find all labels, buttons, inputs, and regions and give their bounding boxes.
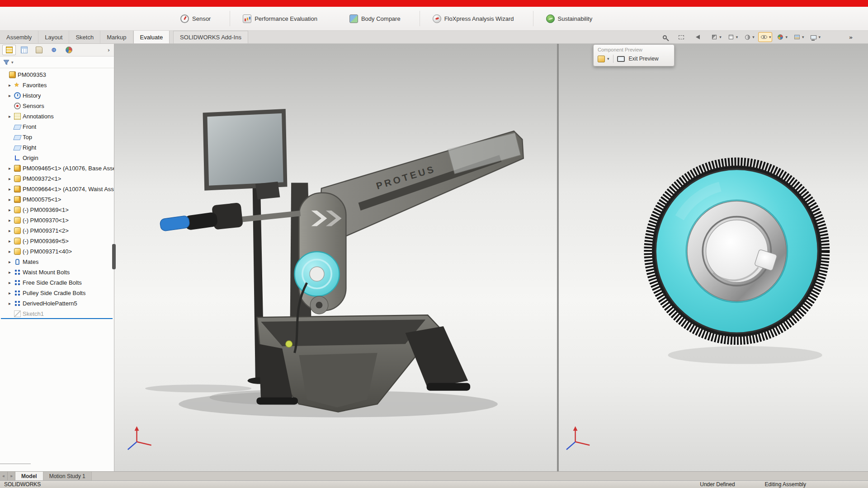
toolbar-button[interactable]: Sensor [176,12,215,26]
apply-scene-icon[interactable]: ▾ [792,33,805,42]
expand-arrow-icon[interactable]: ▸ [7,83,12,88]
ribbon-tab-label: Sketch [75,34,94,41]
tree-item-icon [14,196,21,203]
tree-item[interactable]: ▸ Origin [0,153,114,163]
tree-item[interactable]: ▸ Pulley Side Cradle Bolts [0,288,114,298]
panel-splitter-handle[interactable] [112,244,116,269]
document-tab-label: Model [21,473,37,479]
panel-splitter-line[interactable] [0,464,31,464]
expand-arrow-icon[interactable]: ▸ [7,218,12,223]
tab-dimxpertmanager[interactable]: ⊕ [47,45,61,55]
ribbon-tab-label: Layout [45,34,62,41]
viewport-splitter[interactable] [557,44,559,471]
tree-item[interactable]: ▸ (-) PM009371<2> [0,225,114,236]
zoom-to-fit-icon[interactable]: ▾ [660,33,673,42]
toolbar-button[interactable]: Performance Evaluation [238,12,322,26]
tab-propertymanager[interactable] [17,45,31,55]
tree-item[interactable]: ▸ Waist Mount Bolts [0,267,114,277]
component-icon[interactable] [598,56,605,62]
viewport-left[interactable]: PROTEUS [114,44,557,471]
tree-item[interactable]: ▸ Free Side Cradle Bolts [0,277,114,288]
expand-arrow-icon[interactable]: ▸ [7,249,12,254]
tree-item[interactable]: ▸ Sensors [0,101,114,111]
expand-arrow-icon[interactable]: ▸ [7,93,12,98]
tree-item-label: PM009465<1> (A10076, Base Assembl [23,165,114,172]
toolbar-button[interactable]: Sustainability [542,12,597,26]
tree-item[interactable]: ▸ Top [0,132,114,142]
previous-view-icon[interactable]: ▾ [693,33,706,42]
tab-displaymanager[interactable] [62,45,75,55]
tree-item-icon [15,155,19,160]
edit-appearance-icon[interactable]: ▾ [775,33,788,42]
collapse-pane-icon[interactable]: » [845,33,856,42]
chevron-down-icon: ▾ [736,35,738,39]
expand-arrow-icon[interactable]: ▸ [7,259,12,264]
ribbon-tab[interactable]: Layout [38,31,69,43]
tree-item[interactable]: ▸ DerivedHolePattern5 [0,298,114,309]
tab-configurationmanager[interactable] [32,45,46,55]
tree-item-label: PM009664<1> (A10074, Waist Assem [23,186,114,192]
exit-preview-button[interactable]: Exit Preview [627,55,660,63]
viewport-right[interactable]: Component Preview ▾ Exit Preview [559,44,868,471]
tree-item[interactable]: ▸ (-) PM009370<1> [0,215,114,225]
view-orientation-icon[interactable]: ▾ [726,33,739,42]
chevron-down-icon[interactable]: ▾ [607,56,609,61]
document-tab[interactable]: Model [15,472,43,480]
toolbar-button[interactable]: FloXpress Analysis Wizard [428,12,519,26]
document-tab[interactable]: Motion Study 1 [43,472,92,480]
filter-funnel-icon[interactable] [3,59,9,66]
expand-arrow-icon[interactable]: ▸ [7,176,12,181]
tree-item[interactable]: ▸ Mates [0,257,114,267]
tree-item-icon [14,92,21,99]
ribbon-tab[interactable]: Markup [100,31,133,43]
expand-arrow-icon[interactable]: ▸ [7,301,12,306]
expand-arrow-icon[interactable]: ▸ [7,239,12,244]
toolbar-button-label: Sustainability [558,15,593,22]
configuration-manager-icon [36,47,42,53]
expand-arrow-icon[interactable]: ▸ [7,270,12,275]
tree-item[interactable]: ▸ History [0,90,114,101]
expand-arrow-icon[interactable]: ▸ [7,280,12,285]
section-view-icon[interactable]: ▾ [709,33,722,42]
toolbar-button[interactable]: Body Compare [345,12,405,26]
tree-item[interactable]: ▸ PM009664<1> (A10074, Waist Assem [0,184,114,194]
tree-item[interactable]: ▸ Annotations [0,111,114,122]
view-settings-icon[interactable]: ▾ [808,33,821,42]
tree-item-icon [14,113,21,120]
ribbon-tab[interactable]: SOLIDWORKS Add-Ins [173,31,248,43]
toolbar-button-icon [546,14,555,23]
tree-item[interactable]: ▸ Sketch1 [0,309,114,319]
hide-show-items-icon[interactable]: ▾ [759,33,772,42]
tab-scroll-left-button[interactable]: « [0,472,8,480]
tree-item[interactable]: ▸ PM009372<1> [0,174,114,184]
tab-scroll-right-button[interactable]: » [8,472,15,480]
ribbon-tab[interactable]: Sketch [69,31,100,43]
tree-item-label: PM009353 [18,71,46,78]
expand-arrow-icon[interactable]: ▸ [7,187,12,192]
tree-item[interactable]: ▸ (-) PM009369<1> [0,205,114,215]
chevron-down-icon[interactable]: ▾ [11,60,14,65]
expand-arrow-icon[interactable]: ▸ [7,166,12,171]
tree-item[interactable]: ▸ PM000575<1> [0,194,114,205]
gear-component-render [559,44,868,471]
tree-item-label: Origin [23,155,38,161]
ribbon-tab[interactable]: Assembly [0,31,38,43]
expand-arrow-icon[interactable]: ▸ [7,114,12,119]
expand-arrow-icon[interactable]: ▸ [7,207,12,212]
origin-triad-icon [566,426,590,450]
tree-item[interactable]: ▸ Right [0,142,114,153]
tree-item[interactable]: ▸ Favorites [0,80,114,90]
expand-arrow-icon[interactable]: ▸ [7,197,12,202]
tree-item[interactable]: ▸ PM009353 [0,70,114,80]
ribbon-tab[interactable]: Evaluate [133,31,170,43]
tree-item[interactable]: ▸ PM009465<1> (A10076, Base Assembl [0,163,114,174]
expand-arrow-icon[interactable]: ▸ [7,228,12,233]
tree-item[interactable]: ▸ Front [0,122,114,132]
panel-expand-chevron-icon[interactable]: › [108,47,112,53]
tree-item[interactable]: ▸ (-) PM009371<40> [0,246,114,257]
expand-arrow-icon[interactable]: ▸ [7,291,12,296]
zoom-to-area-icon[interactable]: ▾ [676,33,689,42]
tab-featuremanager[interactable] [2,45,16,55]
tree-item[interactable]: ▸ (-) PM009369<5> [0,236,114,246]
display-style-icon[interactable]: ▾ [742,33,755,42]
